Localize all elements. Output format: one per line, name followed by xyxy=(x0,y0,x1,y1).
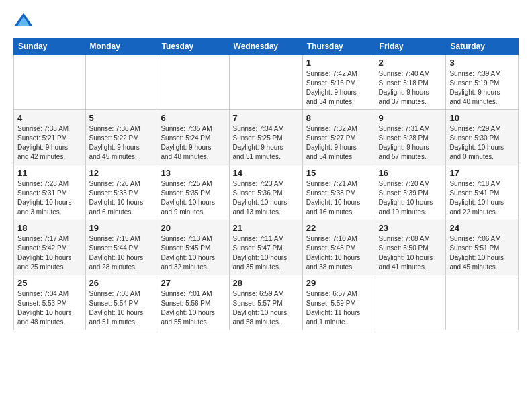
day-info: Sunrise: 7:21 AMSunset: 5:38 PMDaylight:… xyxy=(306,179,371,217)
day-number: 9 xyxy=(379,113,443,123)
calendar-cell: 15Sunrise: 7:21 AMSunset: 5:38 PMDayligh… xyxy=(302,165,375,220)
day-number: 3 xyxy=(449,58,515,68)
weekday-header-saturday: Saturday xyxy=(446,38,519,55)
day-info: Sunrise: 7:35 AMSunset: 5:24 PMDaylight:… xyxy=(161,124,225,162)
day-info: Sunrise: 6:57 AMSunset: 5:59 PMDaylight:… xyxy=(306,289,371,327)
calendar-cell: 2Sunrise: 7:40 AMSunset: 5:18 PMDaylight… xyxy=(375,55,446,110)
day-number: 10 xyxy=(449,113,515,123)
calendar-cell: 27Sunrise: 7:01 AMSunset: 5:56 PMDayligh… xyxy=(157,275,229,330)
day-number: 1 xyxy=(306,58,371,68)
calendar-cell xyxy=(446,275,519,330)
day-info: Sunrise: 7:17 AMSunset: 5:42 PMDaylight:… xyxy=(17,234,82,272)
weekday-header-monday: Monday xyxy=(85,38,157,55)
calendar-week-4: 18Sunrise: 7:17 AMSunset: 5:42 PMDayligh… xyxy=(14,220,519,275)
day-number: 8 xyxy=(306,113,371,123)
calendar-cell: 6Sunrise: 7:35 AMSunset: 5:24 PMDaylight… xyxy=(157,110,229,165)
calendar-cell: 23Sunrise: 7:08 AMSunset: 5:50 PMDayligh… xyxy=(375,220,446,275)
day-info: Sunrise: 7:10 AMSunset: 5:48 PMDaylight:… xyxy=(306,234,371,272)
calendar-cell: 22Sunrise: 7:10 AMSunset: 5:48 PMDayligh… xyxy=(302,220,375,275)
calendar-cell xyxy=(375,275,446,330)
day-info: Sunrise: 7:01 AMSunset: 5:56 PMDaylight:… xyxy=(161,289,225,327)
day-info: Sunrise: 7:13 AMSunset: 5:45 PMDaylight:… xyxy=(161,234,225,272)
weekday-header-friday: Friday xyxy=(375,38,446,55)
calendar-cell: 18Sunrise: 7:17 AMSunset: 5:42 PMDayligh… xyxy=(14,220,86,275)
day-info: Sunrise: 7:31 AMSunset: 5:28 PMDaylight:… xyxy=(379,124,443,162)
day-info: Sunrise: 7:23 AMSunset: 5:36 PMDaylight:… xyxy=(233,179,299,217)
calendar-cell: 12Sunrise: 7:26 AMSunset: 5:33 PMDayligh… xyxy=(85,165,157,220)
day-number: 4 xyxy=(17,113,82,123)
calendar-cell: 14Sunrise: 7:23 AMSunset: 5:36 PMDayligh… xyxy=(229,165,302,220)
day-number: 19 xyxy=(89,223,154,233)
calendar-cell: 17Sunrise: 7:18 AMSunset: 5:41 PMDayligh… xyxy=(446,165,519,220)
day-number: 26 xyxy=(89,278,154,288)
day-number: 14 xyxy=(233,168,299,178)
main-container: SundayMondayTuesdayWednesdayThursdayFrid… xyxy=(0,0,532,411)
calendar-cell xyxy=(229,55,302,110)
day-info: Sunrise: 7:15 AMSunset: 5:44 PMDaylight:… xyxy=(89,234,154,272)
day-info: Sunrise: 7:29 AMSunset: 5:30 PMDaylight:… xyxy=(449,124,515,162)
calendar-cell: 7Sunrise: 7:34 AMSunset: 5:25 PMDaylight… xyxy=(229,110,302,165)
calendar-cell xyxy=(14,55,86,110)
day-number: 27 xyxy=(161,278,225,288)
day-info: Sunrise: 7:39 AMSunset: 5:19 PMDaylight:… xyxy=(449,69,515,107)
day-number: 15 xyxy=(306,168,371,178)
day-info: Sunrise: 7:40 AMSunset: 5:18 PMDaylight:… xyxy=(379,69,443,107)
day-number: 6 xyxy=(161,113,225,123)
calendar-cell: 13Sunrise: 7:25 AMSunset: 5:35 PMDayligh… xyxy=(157,165,229,220)
calendar-cell: 24Sunrise: 7:06 AMSunset: 5:51 PMDayligh… xyxy=(446,220,519,275)
day-number: 23 xyxy=(379,223,443,233)
calendar-cell: 29Sunrise: 6:57 AMSunset: 5:59 PMDayligh… xyxy=(302,275,375,330)
day-number: 13 xyxy=(161,168,225,178)
calendar-cell: 10Sunrise: 7:29 AMSunset: 5:30 PMDayligh… xyxy=(446,110,519,165)
calendar-cell: 25Sunrise: 7:04 AMSunset: 5:53 PMDayligh… xyxy=(14,275,86,330)
calendar-week-5: 25Sunrise: 7:04 AMSunset: 5:53 PMDayligh… xyxy=(14,275,519,330)
day-number: 17 xyxy=(449,168,515,178)
day-number: 25 xyxy=(17,278,82,288)
day-info: Sunrise: 6:59 AMSunset: 5:57 PMDaylight:… xyxy=(233,289,299,327)
day-info: Sunrise: 7:06 AMSunset: 5:51 PMDaylight:… xyxy=(449,234,515,272)
calendar-cell: 28Sunrise: 6:59 AMSunset: 5:57 PMDayligh… xyxy=(229,275,302,330)
weekday-header-tuesday: Tuesday xyxy=(157,38,229,55)
weekday-header-thursday: Thursday xyxy=(302,38,375,55)
day-info: Sunrise: 7:34 AMSunset: 5:25 PMDaylight:… xyxy=(233,124,299,162)
calendar-cell: 8Sunrise: 7:32 AMSunset: 5:27 PMDaylight… xyxy=(302,110,375,165)
calendar-table: SundayMondayTuesdayWednesdayThursdayFrid… xyxy=(13,38,519,330)
day-info: Sunrise: 7:08 AMSunset: 5:50 PMDaylight:… xyxy=(379,234,443,272)
day-info: Sunrise: 7:26 AMSunset: 5:33 PMDaylight:… xyxy=(89,179,154,217)
day-info: Sunrise: 7:03 AMSunset: 5:54 PMDaylight:… xyxy=(89,289,154,327)
day-number: 29 xyxy=(306,278,371,288)
calendar-cell xyxy=(85,55,157,110)
day-info: Sunrise: 7:11 AMSunset: 5:47 PMDaylight:… xyxy=(233,234,299,272)
day-info: Sunrise: 7:38 AMSunset: 5:21 PMDaylight:… xyxy=(17,124,82,162)
calendar-week-1: 1Sunrise: 7:42 AMSunset: 5:16 PMDaylight… xyxy=(14,55,519,110)
calendar-cell: 16Sunrise: 7:20 AMSunset: 5:39 PMDayligh… xyxy=(375,165,446,220)
calendar-week-3: 11Sunrise: 7:28 AMSunset: 5:31 PMDayligh… xyxy=(14,165,519,220)
logo-icon xyxy=(13,11,34,31)
day-number: 12 xyxy=(89,168,154,178)
weekday-header-sunday: Sunday xyxy=(14,38,86,55)
calendar-cell: 26Sunrise: 7:03 AMSunset: 5:54 PMDayligh… xyxy=(85,275,157,330)
day-number: 7 xyxy=(233,113,299,123)
day-number: 11 xyxy=(17,168,82,178)
calendar-cell: 9Sunrise: 7:31 AMSunset: 5:28 PMDaylight… xyxy=(375,110,446,165)
calendar-cell: 19Sunrise: 7:15 AMSunset: 5:44 PMDayligh… xyxy=(85,220,157,275)
day-number: 21 xyxy=(233,223,299,233)
day-info: Sunrise: 7:20 AMSunset: 5:39 PMDaylight:… xyxy=(379,179,443,217)
calendar-week-2: 4Sunrise: 7:38 AMSunset: 5:21 PMDaylight… xyxy=(14,110,519,165)
day-number: 5 xyxy=(89,113,154,123)
day-info: Sunrise: 7:18 AMSunset: 5:41 PMDaylight:… xyxy=(449,179,515,217)
calendar-cell xyxy=(157,55,229,110)
day-number: 22 xyxy=(306,223,371,233)
day-info: Sunrise: 7:36 AMSunset: 5:22 PMDaylight:… xyxy=(89,124,154,162)
logo xyxy=(13,11,36,31)
day-number: 24 xyxy=(449,223,515,233)
calendar-cell: 1Sunrise: 7:42 AMSunset: 5:16 PMDaylight… xyxy=(302,55,375,110)
day-number: 28 xyxy=(233,278,299,288)
calendar-cell: 3Sunrise: 7:39 AMSunset: 5:19 PMDaylight… xyxy=(446,55,519,110)
calendar-cell: 5Sunrise: 7:36 AMSunset: 5:22 PMDaylight… xyxy=(85,110,157,165)
calendar-header-row: SundayMondayTuesdayWednesdayThursdayFrid… xyxy=(14,38,519,55)
day-info: Sunrise: 7:04 AMSunset: 5:53 PMDaylight:… xyxy=(17,289,82,327)
day-info: Sunrise: 7:25 AMSunset: 5:35 PMDaylight:… xyxy=(161,179,225,217)
weekday-header-wednesday: Wednesday xyxy=(229,38,302,55)
day-info: Sunrise: 7:42 AMSunset: 5:16 PMDaylight:… xyxy=(306,69,371,107)
